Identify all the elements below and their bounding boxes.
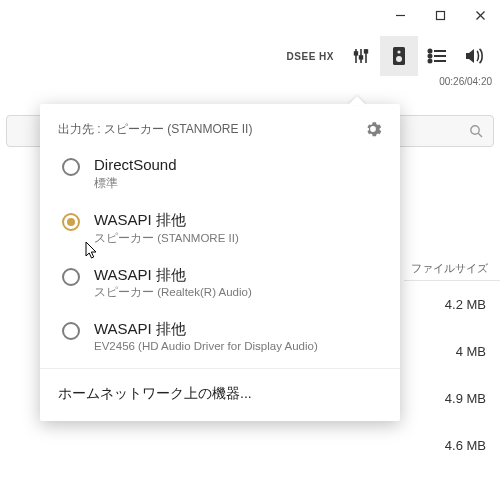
svg-point-15	[429, 55, 432, 58]
radio-icon	[62, 322, 80, 340]
radio-icon	[62, 268, 80, 286]
option-subtitle: スピーカー (STANMORE II)	[94, 231, 239, 246]
option-title: WASAPI 排他	[94, 266, 252, 285]
svg-point-12	[396, 56, 402, 62]
table-cell: 4.6 MB	[404, 422, 500, 469]
equalizer-button[interactable]	[342, 36, 380, 76]
svg-point-19	[471, 126, 479, 134]
playlist-button[interactable]	[418, 36, 456, 76]
radio-icon	[62, 158, 80, 176]
gear-icon[interactable]	[364, 120, 382, 138]
option-subtitle: 標準	[94, 176, 177, 191]
filesize-column: ファイルサイズ 4.2 MB 4 MB 4.9 MB 4.6 MB	[404, 255, 500, 469]
output-device-popup: 出力先 : スピーカー (STANMORE II) DirectSound 標準…	[40, 104, 400, 421]
output-device-button[interactable]	[380, 36, 418, 76]
popup-title: 出力先 : スピーカー (STANMORE II)	[58, 121, 252, 138]
output-option-wasapi-realtek[interactable]: WASAPI 排他 スピーカー (Realtek(R) Audio)	[40, 256, 400, 311]
close-button[interactable]	[460, 1, 500, 29]
dsee-hx-label[interactable]: DSEE HX	[279, 51, 342, 62]
filesize-header[interactable]: ファイルサイズ	[404, 255, 500, 281]
svg-rect-9	[365, 50, 368, 53]
svg-point-11	[397, 50, 400, 53]
table-cell: 4.9 MB	[404, 375, 500, 422]
volume-button[interactable]	[456, 36, 494, 76]
svg-point-13	[429, 50, 432, 53]
output-option-directsound[interactable]: DirectSound 標準	[40, 146, 400, 201]
svg-point-17	[429, 60, 432, 63]
svg-rect-1	[436, 11, 444, 19]
table-cell: 4 MB	[404, 328, 500, 375]
radio-icon	[62, 213, 80, 231]
option-subtitle: EV2456 (HD Audio Driver for Display Audi…	[94, 340, 318, 352]
maximize-button[interactable]	[420, 1, 460, 29]
playback-time: 00:26/04:20	[439, 76, 492, 87]
minimize-button[interactable]	[380, 1, 420, 29]
table-cell: 4.2 MB	[404, 281, 500, 328]
svg-rect-7	[355, 52, 358, 55]
search-icon	[469, 124, 483, 138]
home-network-devices[interactable]: ホームネットワーク上の機器...	[40, 368, 400, 421]
toolbar: DSEE HX	[0, 30, 500, 82]
option-title: WASAPI 排他	[94, 320, 318, 339]
option-subtitle: スピーカー (Realtek(R) Audio)	[94, 285, 252, 300]
output-option-wasapi-ev2456[interactable]: WASAPI 排他 EV2456 (HD Audio Driver for Di…	[40, 310, 400, 362]
svg-rect-8	[360, 56, 363, 59]
output-option-wasapi-stanmore[interactable]: WASAPI 排他 スピーカー (STANMORE II)	[40, 201, 400, 256]
titlebar	[0, 0, 500, 30]
svg-line-20	[478, 133, 482, 137]
option-title: WASAPI 排他	[94, 211, 239, 230]
option-title: DirectSound	[94, 156, 177, 175]
